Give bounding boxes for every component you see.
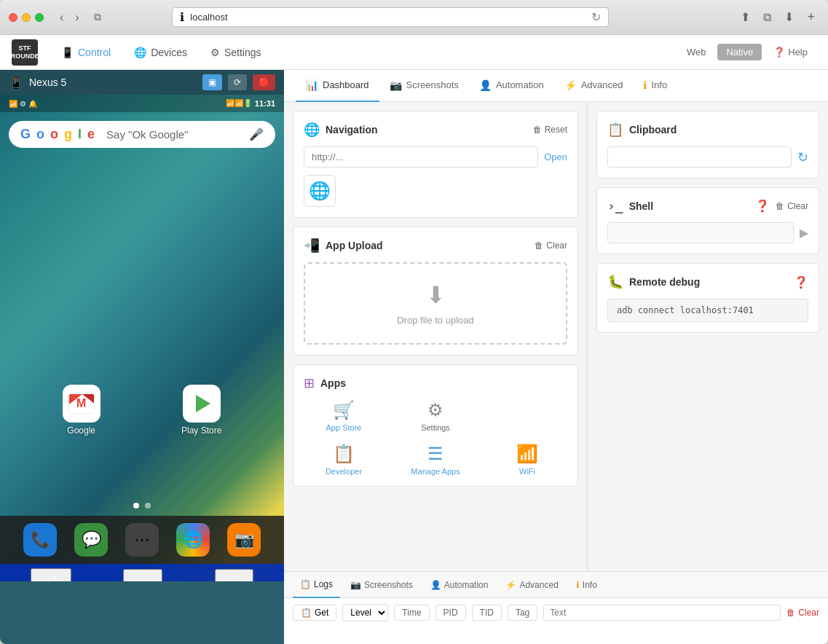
reload-icon[interactable]: ↻ — [591, 10, 601, 24]
download-button[interactable]: ⬇ — [780, 8, 798, 26]
shell-title: Shell — [629, 200, 750, 212]
logs-tab-automation[interactable]: 👤 Automation — [423, 572, 496, 598]
logs-tab-logs[interactable]: 📋 Logs — [293, 572, 340, 598]
traffic-lights — [9, 13, 44, 22]
clipboard-input[interactable] — [607, 146, 792, 168]
tab-advanced[interactable]: ⚡ Advanced — [554, 70, 634, 102]
nav-input-row: Open — [304, 146, 567, 168]
tab-info[interactable]: ℹ Info — [633, 70, 677, 102]
record-btn[interactable]: 🔴 — [253, 74, 275, 90]
nav-devices[interactable]: 🌐 Devices — [122, 35, 199, 70]
tab-automation[interactable]: 👤 Automation — [469, 70, 554, 102]
nav-card-header: 🌐 Navigation 🗑 Reset — [304, 122, 567, 138]
app-upload-card: 📲 App Upload 🗑 Clear ⬇ Drop file to uplo… — [293, 227, 578, 356]
android-status-bar: 📶 ⚙ 🔔 📶📶🔋 11:31 — [0, 95, 284, 112]
upload-drop-area[interactable]: ⬇ Drop file to upload — [304, 262, 567, 345]
debug-help-icon[interactable]: ❓ — [794, 275, 808, 289]
upload-clear-icon: 🗑 — [535, 240, 543, 251]
list-icon: 📋 — [301, 608, 312, 618]
web-button[interactable]: Web — [678, 44, 715, 60]
nav-control[interactable]: 📱 Control — [50, 35, 122, 70]
devices-icon: 🌐 — [134, 47, 146, 58]
debug-card-header: 🐛 Remote debug ❓ — [607, 274, 808, 290]
navigation-globe-icon: 🌐 — [304, 122, 320, 138]
minimize-button[interactable] — [22, 13, 31, 22]
close-button[interactable] — [9, 13, 17, 22]
logs-get-button[interactable]: 📋 Get — [293, 605, 336, 621]
share-button[interactable]: ⬆ — [736, 8, 754, 26]
shell-clear-icon: 🗑 — [776, 201, 784, 211]
back-button[interactable]: ‹ — [55, 9, 68, 25]
shell-clear-label: Clear — [787, 201, 808, 211]
open-button[interactable]: Open — [544, 146, 567, 168]
logs-screenshots-label: Screenshots — [364, 580, 413, 590]
app-store-icon: 🛒 — [333, 400, 355, 420]
address-bar-input[interactable] — [190, 12, 585, 23]
logs-clear-button[interactable]: 🗑 Clear — [786, 608, 819, 618]
get-label: Get — [315, 608, 328, 618]
screenshots-icon: 📷 — [390, 79, 402, 91]
logs-info-icon: ℹ — [576, 580, 580, 590]
shell-input[interactable] — [607, 222, 794, 243]
developer-btn[interactable]: 📋 Developer — [304, 444, 384, 476]
android-search-bar[interactable]: G o o g l e Say "Ok Google" 🎤 — [9, 121, 275, 148]
new-tab-button[interactable]: + — [803, 8, 819, 26]
chrome-icon: 🌐 — [309, 181, 331, 201]
rotate-btn[interactable]: ⟳ — [228, 74, 247, 90]
shell-help-icon[interactable]: ❓ — [755, 199, 770, 213]
android-back-btn[interactable]: ◁ — [31, 568, 71, 581]
help-icon: ❓ — [773, 47, 785, 58]
chat-dock-icon[interactable]: 💬 — [74, 523, 108, 557]
logs-text-input[interactable] — [543, 605, 781, 621]
tab-overview-button[interactable]: ⧉ — [90, 9, 106, 25]
android-screen: 📶 ⚙ 🔔 📶📶🔋 11:31 G o o g l e Say "Ok Goog… — [0, 95, 284, 581]
android-home-btn[interactable]: ○ — [123, 569, 162, 582]
camera-dock-icon[interactable]: 📷 — [227, 523, 261, 557]
upload-clear-button[interactable]: 🗑 Clear — [535, 240, 567, 251]
chrome-shortcut-btn[interactable]: 🌐 — [304, 175, 336, 207]
maximize-button[interactable] — [35, 13, 44, 22]
shell-run-button[interactable]: ▶ — [800, 222, 808, 243]
logs-tab-screenshots[interactable]: 📷 Screenshots — [343, 572, 420, 598]
reset-button[interactable]: 🗑 Reset — [533, 125, 567, 135]
dot-1 — [133, 503, 139, 508]
chrome-dock-icon[interactable]: 🌐 — [176, 523, 210, 557]
tid-filter-button[interactable]: TID — [472, 605, 502, 621]
clipboard-refresh-button[interactable]: ↻ — [797, 146, 808, 168]
tag-filter-button[interactable]: Tag — [508, 605, 537, 621]
logs-tab-info[interactable]: ℹ Info — [569, 572, 604, 598]
manage-apps-btn[interactable]: ☰ Manage Apps — [395, 444, 476, 476]
pid-filter-button[interactable]: PID — [435, 605, 466, 621]
level-select[interactable]: Level — [342, 604, 388, 621]
device-panel: 📱 Nexus 5 ▣ ⟳ 🔴 📶 ⚙ 🔔 📶📶🔋 11:31 — [0, 70, 284, 644]
upload-clear-label: Clear — [546, 240, 567, 251]
forward-button[interactable]: › — [71, 9, 83, 25]
phone-dock-icon[interactable]: 📞 — [23, 523, 57, 557]
apps-dock-icon[interactable]: ⋯ — [125, 523, 159, 557]
android-recents-btn[interactable]: □ — [215, 569, 254, 582]
native-button[interactable]: Native — [717, 44, 762, 60]
google-mail-app[interactable]: M Google — [63, 385, 100, 436]
screen-btn[interactable]: ▣ — [202, 74, 222, 90]
app-icons-area: M Google Play Store — [0, 341, 284, 450]
logs-tab-advanced[interactable]: ⚡ Advanced — [498, 572, 565, 598]
logs-info-label: Info — [583, 580, 597, 590]
time-filter-button[interactable]: Time — [394, 605, 429, 621]
shell-clear-button[interactable]: 🗑 Clear — [776, 201, 808, 211]
nav-right: Web Native ❓ Help — [678, 44, 816, 60]
wifi-btn[interactable]: 📶 WiFi — [487, 444, 567, 476]
nav-settings[interactable]: ⚙ Settings — [199, 35, 273, 70]
reset-label: Reset — [545, 125, 567, 135]
tab-screenshots[interactable]: 📷 Screenshots — [379, 70, 469, 102]
play-store-app[interactable]: Play Store — [181, 385, 221, 436]
add-bookmark-button[interactable]: ⧉ — [759, 8, 776, 26]
nav-control-label: Control — [78, 47, 111, 58]
settings-app-btn[interactable]: ⚙ Settings — [395, 400, 476, 432]
url-input[interactable] — [304, 146, 538, 168]
automation-icon: 👤 — [479, 79, 492, 91]
app-store-btn[interactable]: 🛒 App Store — [304, 400, 384, 432]
device-name[interactable]: Nexus 5 — [29, 76, 66, 88]
tab-dashboard[interactable]: 📊 Dashboard — [296, 70, 379, 102]
help-button[interactable]: ❓ Help — [765, 44, 816, 60]
android-dock: 📞 💬 ⋯ 🌐 📷 — [0, 516, 284, 581]
